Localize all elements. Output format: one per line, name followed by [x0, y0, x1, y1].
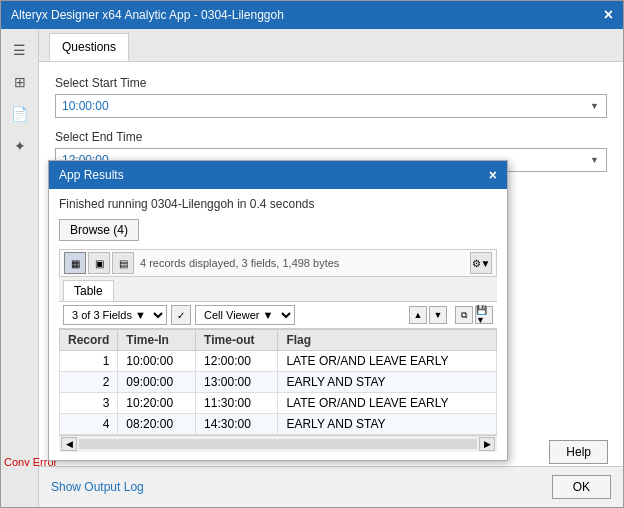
col-time-in: Time-In	[118, 330, 196, 351]
browse-button[interactable]: Browse (4)	[59, 219, 139, 241]
save-icon[interactable]: 💾▼	[475, 306, 493, 324]
toolbar-settings-icon[interactable]: ⚙▼	[470, 252, 492, 274]
col-time-out: Time-out	[196, 330, 278, 351]
cell-time-in: 08:20:00	[118, 414, 196, 435]
cell-time-out: 13:00:00	[196, 372, 278, 393]
tab-questions[interactable]: Questions	[49, 33, 129, 61]
table-tab-bar: Table	[59, 277, 497, 302]
app-results-title: App Results	[59, 168, 124, 182]
ok-button[interactable]: OK	[552, 475, 611, 499]
toolbar-info: 4 records displayed, 3 fields, 1,498 byt…	[136, 257, 468, 269]
copy-icon[interactable]: ⧉	[455, 306, 473, 324]
table-row: 1 10:00:00 12:00:00 LATE OR/AND LEAVE EA…	[60, 351, 497, 372]
data-table: Record Time-In Time-out Flag 1 10:00:00 …	[59, 329, 497, 435]
app-results-header: App Results ×	[49, 161, 507, 189]
filter-bar: 3 of 3 Fields ▼ ✓ Cell Viewer ▼ ▲ ▼ ⧉ 💾▼	[59, 302, 497, 329]
col-record: Record	[60, 330, 118, 351]
show-output-log-link[interactable]: Show Output Log	[51, 480, 144, 494]
sidebar-icon-menu[interactable]: ☰	[7, 37, 33, 63]
sort-icon[interactable]: ✓	[171, 305, 191, 325]
start-time-select[interactable]: 10:00:00	[55, 94, 607, 118]
cell-time-out: 14:30:00	[196, 414, 278, 435]
cell-viewer-select[interactable]: Cell Viewer ▼	[195, 305, 295, 325]
table-row: 2 09:00:00 13:00:00 EARLY AND STAY	[60, 372, 497, 393]
app-results-close-button[interactable]: ×	[489, 167, 497, 183]
cell-record: 4	[60, 414, 118, 435]
title-bar: Alteryx Designer x64 Analytic App - 0304…	[1, 1, 623, 29]
scroll-left-button[interactable]: ◀	[61, 437, 77, 451]
start-time-wrapper: 10:00:00	[55, 94, 607, 118]
filter-right-icons: ▲ ▼ ⧉ 💾▼	[409, 306, 493, 324]
start-time-label: Select Start Time	[55, 76, 607, 90]
cell-flag: EARLY AND STAY	[278, 414, 497, 435]
window-close-button[interactable]: ×	[604, 7, 613, 23]
left-sidebar: ☰ ⊞ 📄 ✦	[1, 29, 39, 507]
end-time-label: Select End Time	[55, 130, 607, 144]
col-flag: Flag	[278, 330, 497, 351]
sidebar-icon-grid[interactable]: ⊞	[7, 69, 33, 95]
arrow-down-button[interactable]: ▼	[429, 306, 447, 324]
tabs-bar: Questions	[39, 29, 623, 62]
cell-time-in: 09:00:00	[118, 372, 196, 393]
cell-record: 3	[60, 393, 118, 414]
fields-select[interactable]: 3 of 3 Fields ▼	[63, 305, 167, 325]
help-button[interactable]: Help	[549, 440, 608, 464]
finished-message: Finished running 0304-Lilenggoh in 0.4 s…	[59, 197, 497, 211]
arrow-up-button[interactable]: ▲	[409, 306, 427, 324]
table-header-row: Record Time-In Time-out Flag	[60, 330, 497, 351]
cell-flag: LATE OR/AND LEAVE EARLY	[278, 393, 497, 414]
cell-time-in: 10:00:00	[118, 351, 196, 372]
cell-record: 2	[60, 372, 118, 393]
tab-table[interactable]: Table	[63, 280, 114, 301]
window-title: Alteryx Designer x64 Analytic App - 0304…	[11, 8, 284, 22]
scroll-track[interactable]	[79, 439, 477, 449]
sidebar-icon-star[interactable]: ✦	[7, 133, 33, 159]
bottom-bar: Show Output Log OK	[39, 466, 623, 507]
cell-record: 1	[60, 351, 118, 372]
scroll-right-button[interactable]: ▶	[479, 437, 495, 451]
table-row: 4 08:20:00 14:30:00 EARLY AND STAY	[60, 414, 497, 435]
app-results-body: Finished running 0304-Lilenggoh in 0.4 s…	[49, 189, 507, 460]
sidebar-icon-document[interactable]: 📄	[7, 101, 33, 127]
view-table-icon[interactable]: ▦	[64, 252, 86, 274]
cell-flag: LATE OR/AND LEAVE EARLY	[278, 351, 497, 372]
main-window: Alteryx Designer x64 Analytic App - 0304…	[0, 0, 624, 508]
view-toolbar: ▦ ▣ ▤ 4 records displayed, 3 fields, 1,4…	[59, 249, 497, 277]
cell-time-out: 12:00:00	[196, 351, 278, 372]
cell-flag: EARLY AND STAY	[278, 372, 497, 393]
view-single-icon[interactable]: ▣	[88, 252, 110, 274]
data-table-scroll[interactable]: Record Time-In Time-out Flag 1 10:00:00 …	[59, 329, 497, 435]
view-schema-icon[interactable]: ▤	[112, 252, 134, 274]
horizontal-scrollbar[interactable]: ◀ ▶	[59, 435, 497, 452]
cell-time-out: 11:30:00	[196, 393, 278, 414]
table-row: 3 10:20:00 11:30:00 LATE OR/AND LEAVE EA…	[60, 393, 497, 414]
cell-time-in: 10:20:00	[118, 393, 196, 414]
spacer	[449, 306, 453, 324]
app-results-dialog: App Results × Finished running 0304-Lile…	[48, 160, 508, 461]
